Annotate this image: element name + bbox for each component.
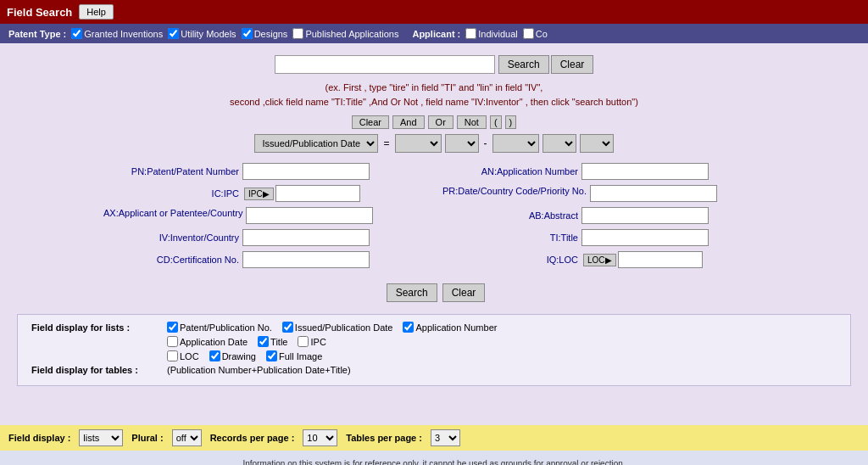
ax-label: AX:Applicant or Patentee/Country	[103, 207, 242, 219]
an-input[interactable]	[581, 163, 709, 180]
top-search-input[interactable]	[275, 55, 495, 74]
top-clear-button[interactable]: Clear	[551, 55, 594, 74]
main-content: Search Clear (ex. First , type "tire" in…	[0, 43, 868, 425]
date-from-month[interactable]	[445, 134, 479, 153]
cd-label: CD:Certification No.	[103, 255, 239, 265]
pr-row: PR:Date/Country Code/Priority No.	[442, 185, 765, 202]
plural-label: Plural :	[131, 433, 163, 443]
cb-loc[interactable]: LOC	[167, 350, 199, 361]
cb-drawing[interactable]: Drawing	[209, 350, 256, 361]
ax-input[interactable]	[246, 207, 373, 224]
ab-row: AB:Abstract	[442, 207, 765, 224]
pn-label: PN:Patent/Patent Number	[103, 166, 239, 176]
field-display-row2: Application Date Title IPC	[31, 336, 837, 347]
bottom-search-button[interactable]: Search	[387, 283, 437, 302]
clear-bool-button[interactable]: Clear	[352, 115, 389, 129]
lists-checkboxes-2: Application Date Title IPC	[167, 336, 326, 347]
an-label: AN:Application Number	[442, 166, 578, 176]
date-from-year[interactable]	[395, 134, 442, 153]
fields-grid: PN:Patent/Patent Number IC:IPC IPC▶ AX:A…	[103, 163, 765, 273]
left-fields: PN:Patent/Patent Number IC:IPC IPC▶ AX:A…	[103, 163, 426, 273]
ax-row: AX:Applicant or Patentee/Country	[103, 207, 426, 224]
loc-button[interactable]: LOC▶	[583, 254, 616, 266]
pr-label: PR:Date/Country Code/Priority No.	[442, 185, 587, 197]
date-extra[interactable]	[580, 134, 614, 153]
checkbox-designs[interactable]: Designs	[242, 28, 288, 39]
ic-label: IC:IPC	[103, 188, 239, 199]
checkbox-granted[interactable]: Granted Inventions	[71, 28, 163, 39]
date-type-select[interactable]: Issued/Publication Date	[254, 134, 378, 153]
top-search-row: Search Clear	[17, 52, 851, 74]
field-display-select[interactable]: lists tables	[79, 429, 123, 446]
cd-input[interactable]	[242, 251, 370, 268]
iv-input[interactable]	[242, 229, 370, 246]
cb-app-date[interactable]: Application Date	[167, 336, 248, 347]
ti-label: TI:Title	[442, 232, 578, 243]
tables-per-page-select[interactable]: 3 5 10	[431, 429, 460, 446]
and-button[interactable]: And	[392, 115, 425, 129]
ab-input[interactable]	[581, 207, 709, 224]
records-label: Records per page :	[210, 433, 295, 443]
iq-input[interactable]	[618, 251, 703, 268]
cb-ipc[interactable]: IPC	[298, 336, 326, 347]
help-button[interactable]: Help	[79, 4, 114, 20]
cd-row: CD:Certification No.	[103, 251, 426, 268]
cb-patent-pub-no[interactable]: Patent/Publication No.	[167, 322, 272, 333]
patent-type-label: Patent Type :	[8, 29, 66, 39]
bottom-search-row: Search Clear	[17, 283, 851, 302]
field-display-lists-row: Field display for lists : Patent/Publica…	[31, 322, 837, 333]
checkbox-co[interactable]: Co	[523, 28, 548, 39]
cb-app-number[interactable]: Application Number	[403, 322, 497, 333]
or-button[interactable]: Or	[428, 115, 453, 129]
footer-line1: Information on this system is for refere…	[7, 457, 861, 465]
top-bar: Field Search Help	[0, 0, 868, 24]
ti-row: TI:Title	[442, 229, 765, 246]
ti-input[interactable]	[581, 229, 709, 246]
iq-label: IQ:LOC	[442, 255, 578, 265]
iv-row: IV:Inventor/Country	[103, 229, 426, 246]
checkbox-published[interactable]: Published Applications	[292, 28, 398, 39]
tables-value: (Publication Number+Publication Date+Tit…	[167, 365, 351, 375]
ab-label: AB:Abstract	[442, 210, 578, 221]
cb-full-image[interactable]: Full Image	[266, 350, 322, 361]
cb-issued-pub-date[interactable]: Issued/Publication Date	[282, 322, 393, 333]
page-title: Field Search	[7, 6, 72, 19]
tables-per-page-label: Tables per page :	[346, 433, 422, 443]
field-display-row3: LOC Drawing Full Image	[31, 350, 837, 361]
field-display-section: Field display for lists : Patent/Publica…	[17, 314, 851, 386]
lists-label: Field display for lists :	[31, 322, 167, 333]
bottom-clear-button[interactable]: Clear	[442, 283, 486, 302]
cb-title[interactable]: Title	[258, 336, 287, 347]
boolean-row: Clear And Or Not ( )	[17, 115, 851, 129]
date-to-year[interactable]	[492, 134, 539, 153]
ic-input[interactable]	[275, 185, 360, 202]
plural-select[interactable]: off on	[172, 429, 202, 446]
records-select[interactable]: 10 20 50 100	[303, 429, 337, 446]
ipc-button[interactable]: IPC▶	[244, 188, 274, 200]
lists-checkboxes: Patent/Publication No. Issued/Publicatio…	[167, 322, 497, 333]
iv-label: IV:Inventor/Country	[103, 232, 239, 243]
an-row: AN:Application Number	[442, 163, 765, 180]
lists-checkboxes-3: LOC Drawing Full Image	[167, 350, 322, 361]
close-paren-button[interactable]: )	[505, 115, 517, 129]
pr-input[interactable]	[590, 185, 717, 202]
field-display-ctrl-label: Field display :	[8, 433, 70, 443]
example-text: (ex. First , type "tire" in field "TI" a…	[17, 81, 851, 109]
top-search-button[interactable]: Search	[498, 55, 549, 74]
footer: Information on this system is for refere…	[0, 451, 868, 465]
pn-input[interactable]	[242, 163, 370, 180]
not-button[interactable]: Not	[457, 115, 487, 129]
patent-type-bar: Patent Type : Granted Inventions Utility…	[0, 24, 868, 43]
pn-row: PN:Patent/Patent Number	[103, 163, 426, 180]
applicant-label: Applicant :	[412, 29, 460, 39]
open-paren-button[interactable]: (	[490, 115, 502, 129]
date-to-month[interactable]	[542, 134, 576, 153]
right-fields: AN:Application Number PR:Date/Country Co…	[442, 163, 765, 273]
date-row: Issued/Publication Date = -	[17, 134, 851, 153]
tables-label: Field display for tables :	[31, 365, 167, 375]
iq-row: IQ:LOC LOC▶	[442, 251, 765, 268]
checkbox-individual[interactable]: Individual	[465, 28, 517, 39]
ic-row: IC:IPC IPC▶	[103, 185, 426, 202]
checkbox-utility[interactable]: Utility Models	[168, 28, 236, 39]
field-display-tables-row: Field display for tables : (Publication …	[31, 365, 837, 375]
